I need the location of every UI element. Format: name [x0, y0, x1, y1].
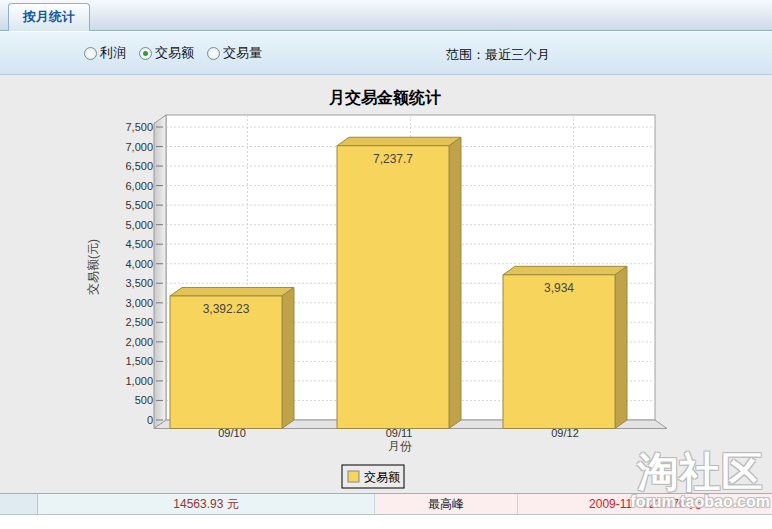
y-tick-label: 6,500 — [125, 160, 153, 172]
radio-transaction-volume-label: 交易量 — [223, 44, 262, 62]
metric-radio-group: 利润 交易额 交易量 — [84, 32, 262, 74]
tab-bar: 按月统计 — [0, 0, 772, 31]
radio-transaction-amount[interactable]: 交易额 — [139, 44, 194, 62]
x-tick-label: 09/12 — [551, 427, 579, 439]
radio-icon[interactable] — [139, 47, 152, 60]
legend-swatch-icon — [348, 471, 359, 482]
bar — [337, 146, 449, 429]
bar-top-face — [170, 287, 294, 296]
y-tick-label: 5,500 — [125, 199, 153, 211]
tab-monthly-stats[interactable]: 按月统计 — [8, 3, 90, 31]
bar-side-face — [449, 137, 461, 428]
y-tick-label: 7,000 — [125, 141, 153, 153]
status-spacer-cell — [0, 494, 38, 514]
plot-3d-wall — [154, 115, 166, 429]
y-axis-title: 交易额(元) — [86, 239, 100, 295]
y-tick-label: 4,000 — [125, 258, 153, 270]
bar-value-label: 3,934 — [544, 281, 574, 295]
total-amount-value: 14563.93 元 — [38, 494, 375, 514]
y-tick-label: 0 — [147, 414, 153, 426]
x-axis-title: 月份 — [388, 439, 412, 453]
y-tick-label: 2,500 — [125, 316, 153, 328]
y-tick-label: 500 — [135, 394, 153, 406]
y-tick-label: 3,000 — [125, 297, 153, 309]
legend-label: 交易额 — [364, 470, 400, 484]
range-label: 范围：最近三个月 — [446, 46, 550, 64]
radio-profit-label: 利润 — [100, 44, 126, 62]
bar-value-label: 3,392.23 — [203, 302, 250, 316]
y-tick-label: 2,000 — [125, 336, 153, 348]
bar-side-face — [282, 287, 294, 428]
radio-icon[interactable] — [84, 47, 97, 60]
radio-icon[interactable] — [207, 47, 220, 60]
y-tick-label: 1,500 — [125, 355, 153, 367]
bar — [503, 275, 615, 429]
y-tick-label: 3,500 — [125, 277, 153, 289]
y-tick-label: 4,500 — [125, 238, 153, 250]
bar-top-face — [503, 266, 627, 275]
status-bar: 14563.93 元 最高峰 2009-11 7237.70 元 — [0, 493, 772, 515]
radio-profit[interactable]: 利润 — [84, 44, 126, 62]
x-tick-label: 09/10 — [218, 427, 246, 439]
stats-window: 按月统计 利润 交易额 交易量 范围：最近三个月 — [0, 0, 772, 529]
y-tick-label: 5,000 — [125, 219, 153, 231]
toolbar: 利润 交易额 交易量 范围：最近三个月 — [0, 31, 772, 75]
chart-panel: 月交易金额统计 05001,0001,5002,0002,5003,0003,5… — [0, 75, 772, 493]
y-tick-label: 1,000 — [125, 375, 153, 387]
y-tick-label: 7,500 — [125, 121, 153, 133]
radio-transaction-volume[interactable]: 交易量 — [207, 44, 262, 62]
bar-top-face — [337, 137, 461, 146]
peak-value: 2009-11 7237.70 元 — [518, 494, 772, 514]
chart-title: 月交易金额统计 — [328, 88, 441, 106]
y-tick-label: 6,000 — [125, 180, 153, 192]
bar-side-face — [615, 266, 627, 428]
radio-transaction-amount-label: 交易额 — [155, 44, 194, 62]
bar-value-label: 7,237.7 — [373, 152, 413, 166]
x-tick-label: 09/11 — [386, 427, 413, 439]
peak-label: 最高峰 — [375, 494, 518, 514]
bar-chart: 月交易金额统计 05001,0001,5002,0002,5003,0003,5… — [0, 75, 772, 493]
